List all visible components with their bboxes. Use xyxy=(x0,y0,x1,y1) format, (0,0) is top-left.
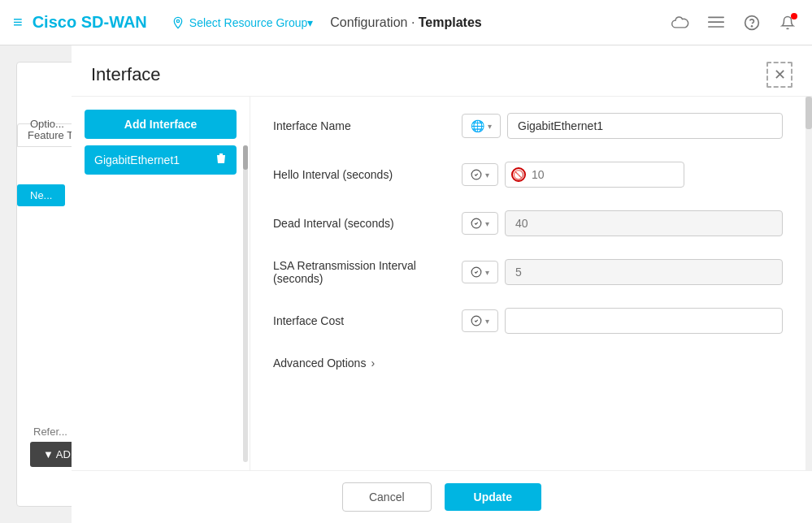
form-panel: Interface Name 🌐 ▾ Hello Interval (secon… xyxy=(250,97,805,470)
dead-interval-dropdown[interactable]: ▾ xyxy=(462,212,498,235)
hello-interval-input[interactable] xyxy=(505,162,684,188)
form-scrollbar[interactable] xyxy=(805,97,812,470)
update-button[interactable]: Update xyxy=(445,483,541,511)
notification-badge xyxy=(791,13,797,19)
options-label: Optio... xyxy=(17,111,77,136)
check-icon xyxy=(471,266,482,278)
chevron-down-icon: ▾ xyxy=(485,268,489,277)
resource-group-label: Select Resource Group xyxy=(189,16,308,29)
lsa-retransmission-row: LSA Retransmission Interval (seconds) ▾ xyxy=(273,259,783,285)
modal-header: Interface ✕ xyxy=(72,45,812,97)
lsa-retransmission-dropdown[interactable]: ▾ xyxy=(462,261,498,283)
bell-icon[interactable] xyxy=(776,11,799,34)
error-icon: 🚫 xyxy=(511,167,526,182)
interface-cost-controls: ▾ xyxy=(462,308,783,334)
new-button[interactable]: Ne... xyxy=(17,184,65,206)
modal-footer: Cancel Update xyxy=(72,470,812,523)
lsa-retransmission-controls: ▾ xyxy=(462,259,783,285)
chevron-right-icon: › xyxy=(371,357,375,370)
scroll-thumb xyxy=(243,145,248,170)
check-icon xyxy=(471,218,482,229)
hamburger-icon[interactable]: ≡ xyxy=(13,13,23,32)
cancel-button[interactable]: Cancel xyxy=(342,482,432,512)
svg-rect-3 xyxy=(708,26,724,28)
resource-group-selector[interactable]: Select Resource Group ▾ xyxy=(172,16,314,29)
close-button[interactable]: ✕ xyxy=(766,62,792,88)
dead-interval-label: Dead Interval (seconds) xyxy=(273,217,452,230)
svg-rect-1 xyxy=(708,16,724,18)
interface-cost-label: Interface Cost xyxy=(273,314,452,327)
check-icon xyxy=(471,169,482,180)
lsa-retransmission-input[interactable] xyxy=(505,259,783,285)
interface-cost-input[interactable] xyxy=(505,308,783,334)
advanced-options-label: Advanced Options xyxy=(273,357,366,370)
interface-name-row: Interface Name 🌐 ▾ xyxy=(273,113,783,139)
chevron-down-icon: ▾ xyxy=(488,122,492,131)
hello-interval-controls: ▾ 🚫 xyxy=(462,162,783,188)
dead-interval-controls: ▾ xyxy=(462,210,783,236)
location-icon xyxy=(172,16,185,29)
cloud-icon[interactable] xyxy=(669,11,692,34)
add-interface-button[interactable]: Add Interface xyxy=(85,110,237,139)
dead-interval-input[interactable] xyxy=(505,210,783,236)
delete-icon[interactable] xyxy=(215,152,227,168)
navbar: ≡ Cisco SD-WAN Select Resource Group ▾ C… xyxy=(0,0,812,45)
left-panel: Add Interface GigabitEthernet1 xyxy=(72,97,250,470)
chevron-down-icon: ▾ xyxy=(485,171,489,179)
hello-interval-input-wrapper: 🚫 xyxy=(505,162,783,188)
modal-title: Interface xyxy=(91,64,161,85)
dead-interval-row: Dead Interval (seconds) ▾ xyxy=(273,210,783,236)
modal-body: Add Interface GigabitEthernet1 Interface… xyxy=(72,97,812,470)
navbar-icons xyxy=(669,11,799,34)
advanced-options-toggle[interactable]: Advanced Options › xyxy=(273,357,783,370)
interface-name-dropdown[interactable]: 🌐 ▾ xyxy=(462,114,501,138)
interface-item-gigabitethernet1[interactable]: GigabitEthernet1 xyxy=(85,145,237,175)
interface-name-label: Interface Name xyxy=(273,119,452,132)
hello-interval-dropdown[interactable]: ▾ xyxy=(462,163,498,186)
lsa-retransmission-label: LSA Retransmission Interval (seconds) xyxy=(273,259,452,285)
hello-interval-label: Hello Interval (seconds) xyxy=(273,168,452,181)
page-title: Configuration · Templates xyxy=(330,15,481,30)
help-icon[interactable] xyxy=(740,11,763,34)
interface-item-label: GigabitEthernet1 xyxy=(94,153,180,166)
form-scrollbar-thumb xyxy=(805,97,812,129)
interface-cost-dropdown[interactable]: ▾ xyxy=(462,309,498,332)
hello-interval-row: Hello Interval (seconds) ▾ 🚫 xyxy=(273,162,783,188)
chevron-down-icon: ▾ xyxy=(485,219,489,228)
interface-name-controls: 🌐 ▾ xyxy=(462,113,783,139)
interface-modal: Interface ✕ Add Interface GigabitEtherne… xyxy=(72,45,812,523)
globe-icon: 🌐 xyxy=(471,119,484,132)
app-logo: Cisco SD-WAN xyxy=(33,13,147,32)
svg-point-0 xyxy=(176,19,179,22)
title-prefix: Configuration · xyxy=(330,15,419,29)
interface-cost-row: Interface Cost ▾ xyxy=(273,308,783,334)
chevron-down-icon: ▾ xyxy=(485,317,489,326)
svg-rect-2 xyxy=(708,21,724,23)
title-bold: Templates xyxy=(419,15,482,29)
interface-name-input[interactable] xyxy=(507,113,783,139)
menu-icon[interactable] xyxy=(705,11,727,34)
scroll-track xyxy=(243,145,248,462)
resource-dropdown-icon: ▾ xyxy=(307,16,313,29)
check-icon xyxy=(471,315,482,326)
